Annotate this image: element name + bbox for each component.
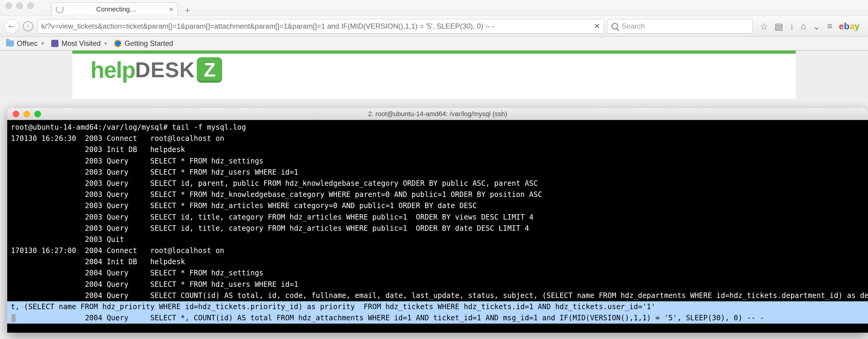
terminal-line: 2004 Query SELECT COUNT(id) AS total, id…	[7, 290, 868, 301]
terminal-line: 2003 Query SELECT * FROM hdz_settings	[7, 156, 868, 167]
home-icon[interactable]: ⌂	[801, 21, 806, 31]
tab-title: Connecting…	[68, 5, 165, 13]
firefox-icon	[114, 40, 121, 47]
bookmark-label: Getting Started	[124, 39, 173, 48]
stop-loading-icon[interactable]: ✕	[594, 22, 600, 30]
bookmarks-toolbar: Offsec ▾ Most Visited ▾ Getting Started	[0, 37, 868, 50]
logo-z-badge: Z	[197, 57, 222, 83]
page-viewport: HeLP DeSK Z	[0, 51, 868, 99]
menu-icon[interactable]: ≡	[827, 21, 832, 31]
text-cursor	[11, 314, 16, 322]
search-icon	[612, 23, 618, 30]
terminal-line: 2003 Query SELECT * FROM hdz_users WHERE…	[7, 167, 868, 178]
accent-bar	[72, 51, 796, 54]
helpdeskz-logo: HeLP DeSK Z	[90, 57, 778, 83]
terminal-line: 2003 Query SELECT * FROM hdz_knowledgeba…	[7, 189, 868, 200]
bookmark-label: Offsec	[17, 39, 38, 48]
terminal-selected-text: 2004 Query SELECT *, COUNT(id) AS total …	[16, 314, 764, 322]
logo-part-desk: DeSK	[135, 58, 195, 82]
back-button[interactable]: ←	[4, 19, 19, 33]
terminal-line: 170130 16:26:30 2003 Connect root@localh…	[7, 133, 868, 144]
toolbar-icons: ☆ ▤ ↓ ⌂ ⌄ ≡ ebay	[755, 21, 864, 32]
chevron-down-icon: ▾	[41, 40, 44, 47]
reader-icon[interactable]: ▤	[775, 21, 783, 32]
terminal-line: 2003 Quit	[7, 234, 868, 245]
bookmark-star-icon[interactable]: ☆	[760, 21, 768, 32]
downloads-icon[interactable]: ↓	[789, 21, 794, 31]
terminal-titlebar[interactable]: 2. root@ubuntu-14-amd64: /var/log/mysql …	[7, 108, 868, 120]
url-bar[interactable]: k/?v=view_tickets&action=ticket&param[]=…	[37, 19, 604, 33]
folder-icon	[6, 40, 14, 47]
terminal-body[interactable]: root@ubuntu-14-amd64:/var/log/mysql# tai…	[7, 120, 868, 333]
terminal-prompt-line: root@ubuntu-14-amd64:/var/log/mysql# tai…	[7, 122, 868, 133]
chevron-down-icon: ▾	[104, 40, 107, 47]
tab-strip: Connecting… × +	[0, 0, 868, 16]
terminal-line: 2003 Query SELECT id, title, category FR…	[7, 212, 868, 223]
url-input[interactable]: k/?v=view_tickets&action=ticket&param[]=…	[41, 22, 590, 30]
bookmark-label: Most Visited	[61, 39, 101, 48]
bookmark-getting-started[interactable]: Getting Started	[114, 39, 173, 48]
terminal-line: 2003 Init DB helpdesk	[7, 144, 868, 155]
terminal-title: 2. root@ubuntu-14-amd64: /var/log/mysql …	[7, 110, 868, 118]
new-tab-button[interactable]: +	[182, 5, 193, 16]
terminal-selected-line: 2004 Query SELECT *, COUNT(id) AS total …	[7, 312, 868, 323]
terminal-window: 2. root@ubuntu-14-amd64: /var/log/mysql …	[7, 108, 868, 333]
terminal-line: 2004 Init DB helpdesk	[7, 256, 868, 267]
most-visited-icon	[51, 40, 59, 47]
site-identity-icon[interactable]: i	[23, 21, 33, 31]
page-header: HeLP DeSK Z	[72, 54, 796, 99]
tab-close-icon[interactable]: ×	[169, 5, 173, 13]
search-bar[interactable]: Search	[607, 19, 752, 33]
terminal-selected-line: t, (SELECT name FROM hdz_priority WHERE …	[7, 301, 868, 312]
browser-tab-active[interactable]: Connecting… ×	[51, 2, 178, 16]
terminal-line: 2003 Query SELECT * FROM hdz_articles WH…	[7, 200, 868, 211]
nav-bar: ← i k/?v=view_tickets&action=ticket&para…	[0, 16, 868, 37]
search-placeholder: Search	[622, 22, 645, 30]
pocket-icon[interactable]: ⌄	[813, 21, 820, 32]
loading-spinner-icon	[56, 5, 64, 13]
bookmark-folder-offsec[interactable]: Offsec ▾	[6, 39, 44, 48]
ebay-addon-icon[interactable]: ebay	[839, 21, 860, 31]
logo-part-help: HeLP	[90, 57, 135, 83]
terminal-line: 170130 16:27:00 2004 Connect root@localh…	[7, 245, 868, 256]
terminal-line: 2004 Query SELECT * FROM hdz_settings	[7, 267, 868, 279]
browser-chrome: Connecting… × + ← i k/?v=view_tickets&ac…	[0, 0, 868, 51]
bookmark-most-visited[interactable]: Most Visited ▾	[51, 39, 107, 48]
terminal-line: 2003 Query SELECT id, title, category FR…	[7, 223, 868, 234]
terminal-line: 2004 Query SELECT * FROM hdz_users WHERE…	[7, 279, 868, 290]
terminal-line: 2003 Query SELECT id, parent, public FRO…	[7, 178, 868, 189]
